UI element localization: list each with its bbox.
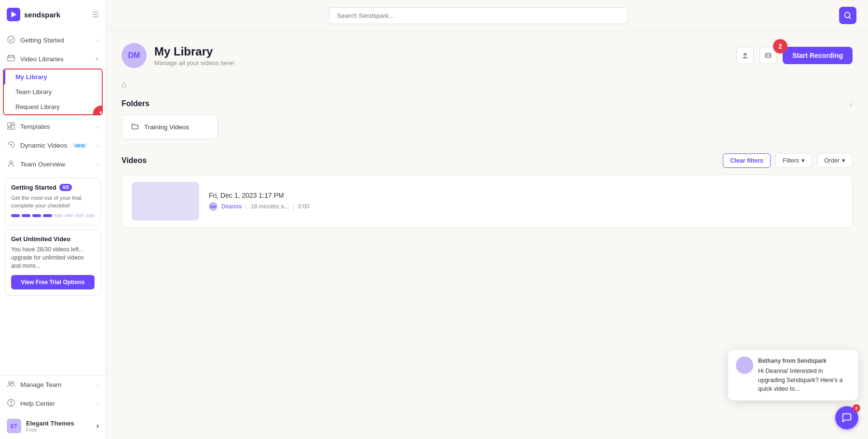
- order-button[interactable]: Order ▾: [817, 153, 853, 168]
- folder-name: Training Videos: [144, 123, 189, 131]
- progress-dot-7: [75, 214, 84, 217]
- sidebar-toggle-icon[interactable]: ☰: [92, 10, 99, 19]
- folder-icon: [131, 122, 139, 132]
- svg-rect-7: [8, 127, 11, 130]
- video-meta: DM Deanna | 18 minutes a... | 0:00: [209, 202, 842, 211]
- svg-point-9: [10, 161, 12, 164]
- getting-started-progress-badge: 4/8: [59, 184, 72, 191]
- sidebar-item-help-center[interactable]: Help Center ›: [0, 394, 106, 413]
- unlimited-video-card-title: Get Unlimited Video: [11, 235, 95, 243]
- chat-avatar: [736, 357, 753, 374]
- sidebar-item-video-libraries-label: Video Libraries: [20, 55, 64, 63]
- progress-dot-2: [22, 214, 30, 217]
- progress-dot-4: [43, 214, 52, 217]
- svg-marker-0: [12, 12, 17, 18]
- chat-button[interactable]: 2: [835, 406, 858, 429]
- library-subtitle: Manage all your videos here!: [154, 59, 235, 67]
- sort-icon[interactable]: ↓: [849, 100, 853, 108]
- chat-message: Hi Deanna! Interested in upgrading Sends…: [758, 367, 851, 394]
- sidebar-item-dynamic-videos-label: Dynamic Videos: [20, 142, 67, 149]
- svg-rect-8: [12, 125, 14, 129]
- sidebar: sendspark ☰ Getting Started ›: [0, 0, 106, 439]
- sidebar-item-getting-started-label: Getting Started: [20, 37, 64, 44]
- chevron-down-icon-order: ▾: [842, 157, 845, 164]
- logo-text: sendspark: [24, 11, 60, 19]
- sidebar-item-help-center-label: Help Center: [20, 400, 55, 407]
- sidebar-item-team-overview-label: Team Overview: [20, 161, 65, 168]
- progress-dot-3: [32, 214, 41, 217]
- sidebar-item-team-library-label: Team Library: [15, 88, 52, 96]
- upload-icon-button[interactable]: [736, 47, 754, 64]
- user-name: Elegant Themes: [26, 420, 74, 427]
- logo-icon: [7, 8, 20, 21]
- chevron-right-icon-manage: ›: [97, 382, 99, 388]
- progress-dot-8: [86, 214, 95, 217]
- chevron-right-icon-user: ›: [96, 422, 99, 430]
- videos-section: Videos Clear filters Filters ▾ Order ▾: [122, 153, 853, 228]
- sidebar-item-templates[interactable]: Templates ›: [0, 117, 106, 136]
- progress-dot-1: [11, 214, 20, 217]
- svg-point-10: [9, 382, 11, 384]
- filters-button[interactable]: Filters ▾: [775, 153, 812, 168]
- dynamic-videos-icon: [7, 140, 15, 151]
- topbar: [106, 0, 868, 31]
- folder-card-training-videos[interactable]: Training Videos: [122, 115, 218, 139]
- user-sub: Free: [26, 427, 74, 433]
- library-title: My Library: [154, 45, 235, 58]
- chat-badge: 2: [853, 404, 860, 412]
- sidebar-item-getting-started[interactable]: Getting Started ›: [0, 31, 106, 50]
- clear-filters-button[interactable]: Clear filters: [723, 153, 771, 168]
- chevron-down-icon: ∧: [95, 56, 99, 62]
- user-info: Elegant Themes Free: [26, 420, 74, 433]
- svg-point-13: [11, 405, 11, 405]
- video-date: Fri, Dec 1, 2023 1:17 PM: [209, 192, 842, 199]
- search-icon-button[interactable]: [839, 7, 856, 24]
- topbar-right: [839, 7, 856, 24]
- video-card[interactable]: Fri, Dec 1, 2023 1:17 PM DM Deanna | 18 …: [122, 175, 853, 228]
- video-libraries-subnav: My Library Team Library Request Library …: [3, 69, 103, 115]
- sidebar-item-team-overview[interactable]: Team Overview ›: [0, 155, 106, 174]
- user-section[interactable]: ET Elegant Themes Free ›: [0, 413, 106, 439]
- sidebar-item-request-library-label: Request Library: [15, 103, 60, 110]
- sidebar-nav: Getting Started › Video Libraries ∧: [0, 29, 106, 375]
- svg-point-11: [12, 382, 14, 384]
- getting-started-card-title: Getting Started 4/8: [11, 184, 95, 191]
- sidebar-item-manage-team-label: Manage Team: [20, 381, 61, 388]
- sidebar-section-video-libraries: Video Libraries ∧ My Library Team Librar…: [0, 50, 106, 115]
- video-time-ago: 18 minutes a...: [251, 203, 289, 210]
- sidebar-item-my-library[interactable]: My Library: [4, 69, 102, 84]
- unlimited-video-card-body: You have 28/30 videos left... upgrade fo…: [11, 246, 95, 270]
- user-avatar: ET: [7, 419, 21, 433]
- svg-point-14: [845, 13, 850, 18]
- sidebar-item-request-library[interactable]: Request Library: [4, 99, 102, 114]
- sidebar-item-team-library[interactable]: Team Library: [4, 84, 102, 99]
- library-title-text: My Library Manage all your videos here!: [154, 45, 235, 67]
- library-actions: 2 Start Recording: [736, 47, 853, 64]
- chevron-right-icon-templates: ›: [97, 124, 99, 130]
- library-title-group: DM My Library Manage all your videos her…: [122, 43, 235, 68]
- team-overview-icon: [7, 159, 15, 169]
- videos-header: Videos Clear filters Filters ▾ Order ▾: [122, 153, 853, 168]
- home-icon[interactable]: ⌂: [122, 80, 127, 89]
- templates-icon: [7, 122, 15, 132]
- logo-area[interactable]: sendspark: [7, 8, 60, 21]
- sidebar-header: sendspark ☰: [0, 0, 106, 29]
- start-recording-button[interactable]: Start Recording: [783, 47, 853, 64]
- svg-rect-5: [8, 123, 11, 126]
- chevron-right-icon-team: ›: [97, 162, 99, 167]
- view-free-trial-button[interactable]: View Free Trial Options: [11, 275, 95, 289]
- video-thumbnail: [132, 182, 199, 220]
- sidebar-item-manage-team[interactable]: Manage Team ›: [0, 375, 106, 394]
- getting-started-card-desc: Get the most out of your trial, complete…: [11, 194, 95, 209]
- chat-popup[interactable]: Bethany from Sendspark Hi Deanna! Intere…: [728, 350, 858, 400]
- sidebar-bottom: Manage Team › Help Center › ET Elegant T…: [0, 375, 106, 439]
- sidebar-item-video-libraries[interactable]: Video Libraries ∧: [0, 50, 106, 69]
- svg-point-1: [8, 36, 14, 43]
- progress-dots: [11, 214, 95, 217]
- filter-group: Clear filters Filters ▾ Order ▾: [723, 153, 853, 168]
- author-name: Deanna: [221, 203, 242, 210]
- sidebar-item-dynamic-videos[interactable]: Dynamic Videos New ›: [0, 136, 106, 155]
- sidebar-item-my-library-label: My Library: [15, 73, 47, 81]
- search-input[interactable]: [329, 7, 628, 24]
- chevron-down-icon-filters: ▾: [801, 157, 805, 164]
